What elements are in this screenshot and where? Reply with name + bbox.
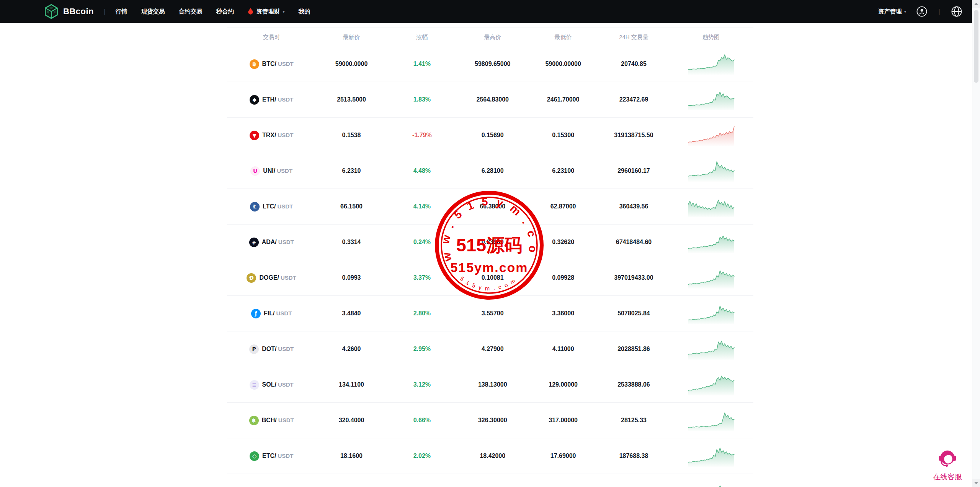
- coin-icon-eth: ◆: [250, 95, 259, 105]
- low-price: 0.32620: [528, 225, 598, 260]
- assets-menu-label: 资产管理: [878, 8, 902, 16]
- nav-item-mine[interactable]: 我的: [299, 8, 310, 16]
- trend-sparkline: [688, 229, 735, 254]
- coin-icon-trx: ▼: [250, 131, 259, 140]
- market-row-ltc-usdt[interactable]: Ł LTC/USDT 66.1500 4.14% 66.38000 62.870…: [227, 189, 753, 225]
- vertical-scrollbar[interactable]: [972, 0, 980, 487]
- high-price: 138.13000: [457, 367, 528, 403]
- nav-item-second-contract[interactable]: 秒合约: [216, 8, 234, 16]
- account-button[interactable]: [916, 6, 928, 17]
- last-price: 320.4000: [316, 403, 387, 438]
- globe-icon: [951, 6, 962, 17]
- market-row-bch-usdt[interactable]: ฿ BCH/USDT 320.4000 0.66% 326.30000 317.…: [227, 403, 753, 438]
- low-price: 4.11000: [528, 331, 598, 367]
- trend-sparkline: [688, 87, 735, 111]
- change-percent: 3.37%: [387, 260, 457, 296]
- col-header-last-price: 最新价: [316, 28, 387, 47]
- nav-divider: |: [104, 8, 106, 16]
- change-percent: -1.79%: [387, 118, 457, 153]
- pair-quote: USDT: [278, 453, 293, 459]
- brand-name: BBcoin: [63, 7, 94, 16]
- low-price: 0.15300: [528, 118, 598, 153]
- scrollbar-thumb[interactable]: [974, 10, 978, 83]
- nav-item-contract-trade[interactable]: 合约交易: [179, 8, 203, 16]
- scroll-down-button[interactable]: [972, 479, 980, 487]
- last-price: 18.1600: [316, 438, 387, 474]
- pair-quote: USDT: [276, 310, 292, 316]
- market-row-sol-usdt[interactable]: ≡ SOL/USDT 134.1100 3.12% 138.13000 129.…: [227, 367, 753, 403]
- pair-base: TRX/: [262, 132, 276, 138]
- market-row-eth-usdt[interactable]: ◆ ETH/USDT 2513.5000 1.83% 2564.83000 24…: [227, 82, 753, 118]
- volume-24h: 20740.85: [598, 46, 669, 82]
- market-row-eos-usdt[interactable]: △ EOS/USDT 0.4749 2.26% 0.48100 0.46090 …: [227, 474, 753, 487]
- assets-menu[interactable]: 资产管理 ▾: [878, 8, 906, 16]
- high-price: 66.38000: [457, 189, 528, 225]
- volume-24h: 2028851.86: [598, 331, 669, 367]
- market-row-ada-usdt[interactable]: ◈ ADA/USDT 0.3314 0.24% 0.33980 0.32620 …: [227, 225, 753, 260]
- last-price: 0.0993: [316, 260, 387, 296]
- market-row-dot-usdt[interactable]: P DOT/USDT 4.2600 2.95% 4.27900 4.11000 …: [227, 331, 753, 367]
- change-percent: 1.83%: [387, 82, 457, 118]
- market-row-trx-usdt[interactable]: ▼ TRX/USDT 0.1538 -1.79% 0.15690 0.15300…: [227, 118, 753, 153]
- high-price: 59809.65000: [457, 46, 528, 82]
- low-price: 0.09928: [528, 260, 598, 296]
- high-price: 0.33980: [457, 225, 528, 260]
- nav-item-market[interactable]: 行情: [116, 8, 127, 16]
- chevron-down-icon: ▾: [904, 9, 906, 14]
- pair-quote: USDT: [278, 132, 293, 138]
- high-price: 326.30000: [457, 403, 528, 438]
- market-row-uni-usdt[interactable]: U UNI/USDT 6.2310 4.48% 6.28100 6.23100 …: [227, 153, 753, 189]
- trend-sparkline: [688, 158, 735, 182]
- trend-sparkline: [688, 336, 735, 361]
- coin-icon-etc: ◇: [250, 451, 259, 461]
- coin-icon-dot: P: [249, 344, 259, 354]
- trend-sparkline: [688, 479, 735, 487]
- pair-base: DOT/: [262, 346, 276, 352]
- pair-quote: USDT: [278, 346, 294, 352]
- scroll-up-button[interactable]: [972, 0, 980, 8]
- trend-sparkline: [688, 51, 735, 75]
- brand-logo[interactable]: BBcoin: [43, 3, 94, 20]
- trend-sparkline: [688, 372, 735, 396]
- low-price: 0.46090: [528, 474, 598, 487]
- change-percent: 2.02%: [387, 438, 457, 474]
- high-price: 2564.83000: [457, 82, 528, 118]
- pair-base: SOL/: [262, 381, 276, 388]
- online-service-button[interactable]: 在线客服: [933, 448, 962, 482]
- col-header-pair: 交易对: [227, 28, 316, 47]
- market-row-fil-usdt[interactable]: ƒ FIL/USDT 3.4840 2.80% 3.55700 3.36000 …: [227, 296, 753, 331]
- change-percent: 0.24%: [387, 225, 457, 260]
- high-price: 4.27900: [457, 331, 528, 367]
- change-percent: 2.95%: [387, 331, 457, 367]
- change-percent: 0.66%: [387, 403, 457, 438]
- volume-24h: 67418484.60: [598, 225, 669, 260]
- market-row-btc-usdt[interactable]: ฿ BTC/USDT 59000.0000 1.41% 59809.65000 …: [227, 46, 753, 82]
- nav-item-wealth-label: 资管理财: [256, 8, 280, 16]
- volume-24h: 2533888.06: [598, 367, 669, 403]
- market-section: 交易对 最新价 涨幅 最高价 最低价 24H 交易量 趋势图 ฿ BTC/USD…: [227, 28, 753, 487]
- online-service-label: 在线客服: [933, 472, 962, 482]
- high-price: 0.48100: [457, 474, 528, 487]
- pair-quote: USDT: [278, 61, 294, 67]
- market-row-etc-usdt[interactable]: ◇ ETC/USDT 18.1600 2.02% 18.42000 17.690…: [227, 438, 753, 474]
- last-price: 59000.0000: [316, 46, 387, 82]
- last-price: 0.4749: [316, 474, 387, 487]
- nav-item-spot-trade[interactable]: 现货交易: [141, 8, 165, 16]
- volume-24h: 360439.56: [598, 189, 669, 225]
- coin-icon-fil: ƒ: [251, 309, 261, 318]
- main-menu: 行情 现货交易 合约交易 秒合约 资管理财 ▾ 我的: [116, 8, 310, 16]
- nav-item-wealth[interactable]: 资管理财 ▾: [248, 8, 285, 16]
- last-price: 0.1538: [316, 118, 387, 153]
- low-price: 2461.70000: [528, 82, 598, 118]
- last-price: 2513.5000: [316, 82, 387, 118]
- high-price: 3.55700: [457, 296, 528, 331]
- high-price: 18.42000: [457, 438, 528, 474]
- language-button[interactable]: [951, 6, 962, 17]
- pair-base: DOGE/: [259, 274, 279, 281]
- volume-24h: 28125.33: [598, 403, 669, 438]
- market-row-doge-usdt[interactable]: Ð DOGE/USDT 0.0993 3.37% 0.10081 0.09928…: [227, 260, 753, 296]
- market-table-header-row: 交易对 最新价 涨幅 最高价 最低价 24H 交易量 趋势图: [227, 28, 753, 47]
- volume-24h: 223472.69: [598, 82, 669, 118]
- pair-base: LTC/: [263, 203, 276, 210]
- pair-base: BTC/: [262, 61, 276, 67]
